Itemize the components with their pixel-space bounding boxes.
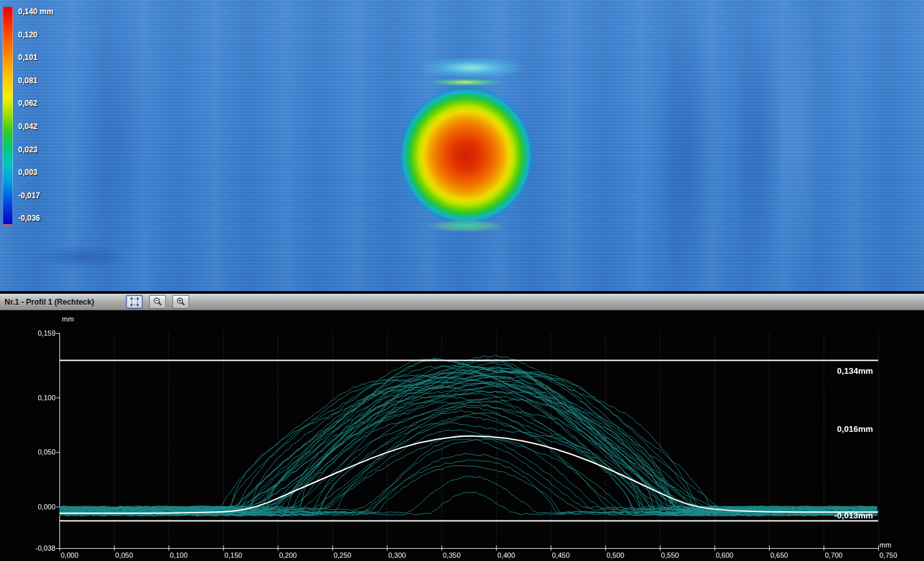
zoom-in-icon	[176, 297, 186, 307]
profile-plot-canvas[interactable]	[0, 311, 924, 561]
profile-chart: mm0,1590,1000,0500,000-0,0380,0000,0500,…	[0, 311, 924, 561]
profile-title: Nr.1 - Profil 1 (Rechteck)	[5, 298, 126, 307]
legend-label: 0,023	[18, 145, 37, 154]
height-map-artifact-fringe	[426, 219, 505, 232]
legend-label: 0,042	[18, 122, 37, 131]
legend-label: -0,036	[18, 214, 40, 223]
profile-toolbar: Nr.1 - Profil 1 (Rechteck)	[0, 294, 924, 311]
legend-label: 0,062	[18, 99, 37, 108]
legend-label: 0,120	[18, 30, 37, 39]
legend-label: 0,101	[18, 53, 37, 62]
zoom-out-button[interactable]	[149, 295, 166, 309]
color-scale-legend: 0,140 mm0,1200,1010,0810,0620,0420,0230,…	[3, 5, 87, 230]
height-anomaly-region	[395, 83, 537, 229]
height-map-artifact-arc	[418, 57, 525, 79]
zoom-out-icon	[153, 297, 163, 307]
height-map-view[interactable]: 0,140 mm0,1200,1010,0810,0620,0420,0230,…	[0, 0, 924, 291]
lsm-analysis-window: 0,140 mm0,1200,1010,0810,0620,0420,0230,…	[0, 0, 924, 561]
legend-label: 0,081	[18, 76, 37, 85]
fit-view-icon	[130, 297, 139, 307]
legend-label: -0,017	[18, 191, 40, 200]
legend-label: 0,140 mm	[18, 7, 54, 16]
legend-label: 0,003	[18, 168, 37, 177]
zoom-in-button[interactable]	[172, 295, 189, 309]
color-scale-gradient	[3, 6, 13, 225]
fit-view-button[interactable]	[126, 295, 143, 309]
